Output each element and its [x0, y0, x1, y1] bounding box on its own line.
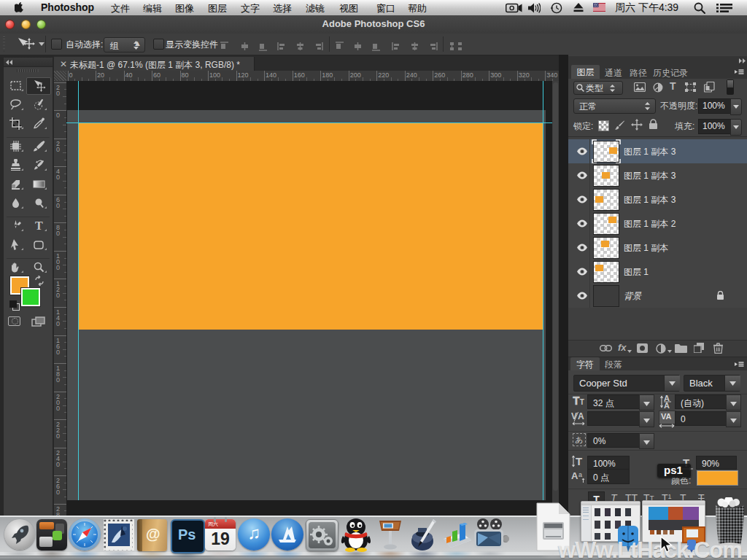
svg-text:T: T: [576, 455, 582, 467]
svg-text:T: T: [35, 219, 43, 232]
svg-text:A: A: [571, 470, 578, 481]
svg-text:A: A: [664, 401, 670, 410]
svg-text:A: A: [578, 411, 584, 421]
svg-text:a: a: [578, 471, 582, 478]
